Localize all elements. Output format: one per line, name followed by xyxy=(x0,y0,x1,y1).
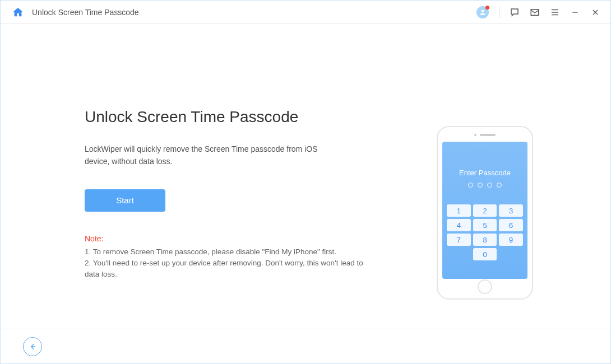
phone-speaker xyxy=(442,132,527,138)
note-line-2: 2. You'll need to re-set up your device … xyxy=(85,258,365,281)
key-2: 2 xyxy=(473,204,497,217)
profile-icon[interactable] xyxy=(476,6,489,18)
main-content: Unlock Screen Time Passcode LockWiper wi… xyxy=(1,24,610,281)
mail-icon[interactable] xyxy=(530,7,540,17)
comment-icon[interactable] xyxy=(510,7,520,17)
note-label: Note: xyxy=(85,234,387,243)
close-button[interactable] xyxy=(590,7,600,17)
keypad: 1 2 3 4 5 6 7 8 9 0 xyxy=(446,204,524,260)
phone-screen: Enter Passcode 1 2 3 4 5 6 7 8 9 0 xyxy=(442,142,527,279)
footer xyxy=(1,329,610,363)
key-6: 6 xyxy=(499,219,523,231)
page-title: Unlock Screen Time Passcode xyxy=(32,8,476,17)
window-controls xyxy=(476,6,600,18)
key-1: 1 xyxy=(447,204,471,217)
svg-point-0 xyxy=(482,10,484,12)
home-icon[interactable] xyxy=(12,6,24,18)
phone-home-button xyxy=(478,279,492,294)
phone-illustration: Enter Passcode 1 2 3 4 5 6 7 8 9 0 xyxy=(437,126,533,300)
left-column: Unlock Screen Time Passcode LockWiper wi… xyxy=(85,108,387,281)
key-8: 8 xyxy=(473,234,497,246)
key-3: 3 xyxy=(499,204,523,217)
key-9: 9 xyxy=(499,234,523,246)
back-button[interactable] xyxy=(23,337,42,356)
note-line-1: 1. To remove Screen Time passcode, pleas… xyxy=(85,246,365,258)
key-0: 0 xyxy=(473,248,497,260)
description: LockWiper will quickly remove the Screen… xyxy=(85,143,342,168)
key-7: 7 xyxy=(447,234,471,246)
minimize-button[interactable] xyxy=(570,7,580,17)
menu-icon[interactable] xyxy=(550,7,560,17)
passcode-dots xyxy=(446,183,524,188)
divider xyxy=(499,7,499,18)
notification-dot xyxy=(485,6,489,10)
key-4: 4 xyxy=(447,219,471,231)
app-window: Unlock Screen Time Passcode xyxy=(0,0,611,364)
phone-frame: Enter Passcode 1 2 3 4 5 6 7 8 9 0 xyxy=(437,126,533,300)
titlebar: Unlock Screen Time Passcode xyxy=(1,1,610,24)
start-button[interactable]: Start xyxy=(85,189,165,212)
heading: Unlock Screen Time Passcode xyxy=(85,108,387,126)
key-5: 5 xyxy=(473,219,497,231)
enter-passcode-label: Enter Passcode xyxy=(446,169,524,177)
